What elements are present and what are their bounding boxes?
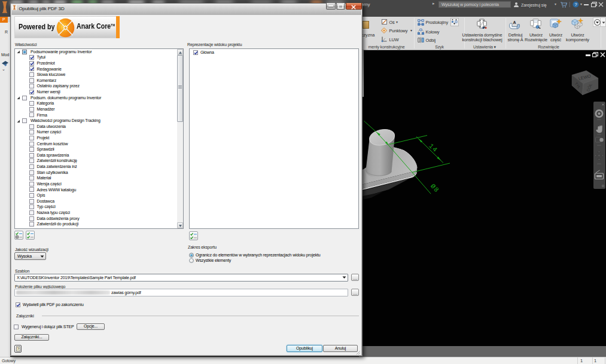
svg-text:Ø8: Ø8 <box>429 182 440 194</box>
svg-text:14: 14 <box>427 142 439 154</box>
